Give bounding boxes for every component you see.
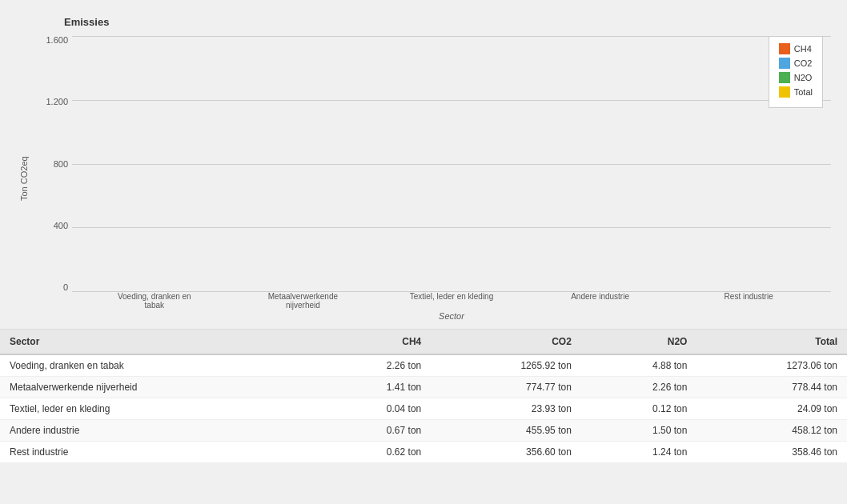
table-cell-total: 24.09 ton bbox=[696, 398, 847, 420]
data-table: Sector CH4 CO2 N2O Total Voeding, dranke… bbox=[0, 330, 847, 463]
legend-color-box bbox=[779, 72, 790, 83]
table-cell-ch4: 1.41 ton bbox=[315, 377, 432, 398]
table-cell-n2o: 0.12 ton bbox=[581, 398, 697, 420]
y-tick: 0 bbox=[36, 283, 72, 292]
legend-item: CO2 bbox=[779, 58, 813, 69]
legend-item: N2O bbox=[779, 72, 813, 83]
chart-container: Emissies Ton CO2eq 04008001.2001.600 bbox=[0, 0, 847, 329]
grid-line-0 bbox=[72, 291, 831, 292]
table-cell-total: 458.12 ton bbox=[696, 420, 847, 442]
table-cell-n2o: 1.50 ton bbox=[581, 420, 697, 442]
chart-title: Emissies bbox=[64, 16, 831, 28]
legend-color-box bbox=[779, 86, 790, 98]
y-tick: 1.600 bbox=[36, 36, 72, 45]
legend-item: CH4 bbox=[779, 43, 813, 54]
col-total: Total bbox=[696, 330, 847, 354]
table-cell-co2: 455.95 ton bbox=[431, 420, 581, 442]
y-tick: 1.200 bbox=[36, 98, 72, 106]
x-axis-label: Andere industrie bbox=[556, 292, 644, 310]
table-cell-sector: Andere industrie bbox=[0, 420, 315, 442]
bar-groups bbox=[72, 36, 831, 291]
col-co2: CO2 bbox=[431, 330, 581, 354]
table-cell-co2: 23.93 ton bbox=[431, 398, 581, 420]
table-cell-ch4: 0.62 ton bbox=[315, 442, 432, 463]
legend-color-box bbox=[779, 58, 790, 69]
table-row: Metaalverwerkende nijverheid1.41 ton774.… bbox=[0, 377, 847, 398]
y-tick: 800 bbox=[36, 160, 72, 169]
table-cell-n2o: 4.88 ton bbox=[581, 354, 697, 377]
bars-area bbox=[72, 36, 831, 292]
table-cell-total: 1273.06 ton bbox=[696, 354, 847, 377]
table-body: Voeding, dranken en tabak2.26 ton1265.92… bbox=[0, 354, 847, 463]
table-row: Voeding, dranken en tabak2.26 ton1265.92… bbox=[0, 354, 847, 377]
table-row: Textiel, leder en kleding0.04 ton23.93 t… bbox=[0, 398, 847, 420]
legend: CH4CO2N2OTotal bbox=[769, 36, 823, 108]
table-cell-n2o: 1.24 ton bbox=[581, 442, 697, 463]
x-axis-label: Voeding, dranken en tabak bbox=[110, 292, 199, 310]
chart-inner: 04008001.2001.600 CH4CO2N2OTotal Voeding… bbox=[36, 36, 831, 321]
table-row: Andere industrie0.67 ton455.95 ton1.50 t… bbox=[0, 420, 847, 442]
y-ticks: 04008001.2001.600 bbox=[36, 36, 72, 292]
legend-label: CH4 bbox=[794, 44, 812, 54]
x-axis-label: Metaalverwerkende nijverheid bbox=[259, 292, 347, 310]
table-cell-n2o: 2.26 ton bbox=[581, 377, 697, 398]
table-cell-ch4: 0.67 ton bbox=[315, 420, 432, 442]
table-cell-ch4: 2.26 ton bbox=[315, 354, 432, 377]
col-ch4: CH4 bbox=[315, 330, 432, 354]
table-row: Rest industrie0.62 ton356.60 ton1.24 ton… bbox=[0, 442, 847, 463]
legend-color-box bbox=[779, 43, 790, 54]
x-axis-labels: Voeding, dranken en tabakMetaalverwerken… bbox=[72, 292, 831, 310]
table-header-row: Sector CH4 CO2 N2O Total bbox=[0, 330, 847, 354]
table-cell-total: 778.44 ton bbox=[696, 377, 847, 398]
y-tick: 400 bbox=[36, 222, 72, 230]
table-cell-co2: 356.60 ton bbox=[431, 442, 581, 463]
grid-and-bars: 04008001.2001.600 CH4CO2N2OTotal bbox=[36, 36, 831, 292]
table-cell-sector: Voeding, dranken en tabak bbox=[0, 354, 315, 377]
table-cell-co2: 1265.92 ton bbox=[431, 354, 581, 377]
legend-label: CO2 bbox=[794, 58, 813, 68]
col-sector: Sector bbox=[0, 330, 315, 354]
legend-item: Total bbox=[779, 86, 813, 98]
table-cell-co2: 774.77 ton bbox=[431, 377, 581, 398]
table-container: Sector CH4 CO2 N2O Total Voeding, dranke… bbox=[0, 329, 847, 463]
col-n2o: N2O bbox=[581, 330, 697, 354]
table-cell-sector: Metaalverwerkende nijverheid bbox=[0, 377, 315, 398]
x-axis-label: Rest industrie bbox=[704, 292, 793, 310]
table-cell-ch4: 0.04 ton bbox=[315, 398, 432, 420]
table-cell-sector: Rest industrie bbox=[0, 442, 315, 463]
table-cell-total: 358.46 ton bbox=[696, 442, 847, 463]
chart-area: Ton CO2eq 04008001.2001.600 CH4CO2N2O bbox=[16, 36, 831, 321]
y-axis-label: Ton CO2eq bbox=[16, 36, 32, 321]
x-axis-title: Sector bbox=[72, 311, 831, 321]
legend-label: N2O bbox=[794, 73, 813, 82]
legend-label: Total bbox=[794, 87, 813, 97]
x-axis-label: Textiel, leder en kleding bbox=[407, 292, 496, 310]
table-cell-sector: Textiel, leder en kleding bbox=[0, 398, 315, 420]
